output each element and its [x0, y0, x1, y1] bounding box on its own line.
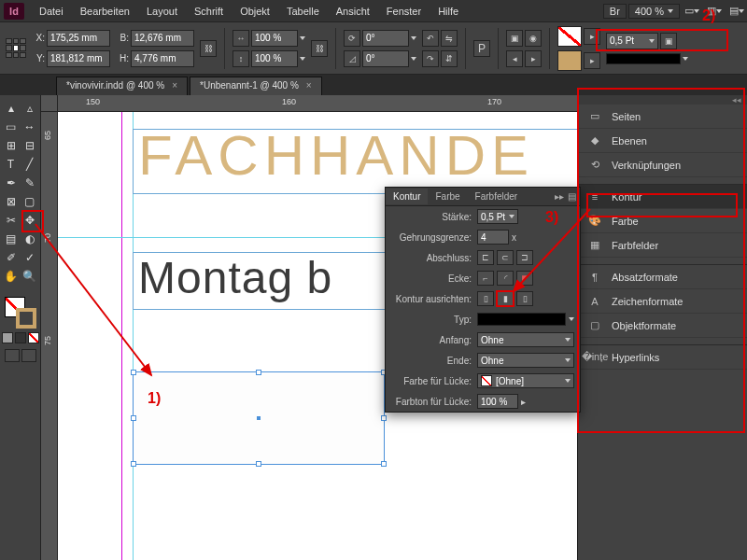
stroke-panel-tab-farbfelder[interactable]: Farbfelder: [468, 189, 526, 204]
stroke-swatch[interactable]: [557, 50, 582, 71]
menu-schrift[interactable]: Schrift: [187, 3, 231, 20]
eyedropper-tool[interactable]: ✓: [21, 248, 39, 267]
align-stroke-inside[interactable]: ▮: [497, 291, 514, 306]
stroke-weight-field[interactable]: 0,5 Pt: [606, 33, 658, 49]
panel-seiten[interactable]: ▭Seiten: [578, 105, 747, 129]
guide-vertical[interactable]: [121, 112, 122, 560]
panel-verknuepfungen[interactable]: ⟲Verknüpfungen: [578, 153, 747, 177]
gradient-swatch-tool[interactable]: ▤: [2, 230, 21, 248]
selection-tool[interactable]: ▴: [2, 99, 21, 118]
selected-rectangle[interactable]: [133, 371, 385, 465]
view-modes[interactable]: [5, 349, 36, 362]
rotate-ccw-icon[interactable]: ↶: [422, 30, 439, 47]
close-icon[interactable]: ×: [306, 80, 312, 91]
panel-kontur[interactable]: ≡Kontur: [578, 185, 747, 209]
menu-ansicht[interactable]: Ansicht: [329, 3, 377, 20]
gap-color-select[interactable]: [Ohne]: [477, 373, 574, 388]
rotate-cw-icon[interactable]: ↷: [422, 50, 439, 67]
panel-zeichenformate[interactable]: AZeichenformate: [578, 289, 747, 314]
ruler-horizontal[interactable]: 150 160 170: [58, 95, 577, 112]
constrain-scale-icon[interactable]: ⛓: [311, 40, 328, 57]
bridge-button[interactable]: Br: [603, 4, 627, 19]
stroke-start-select[interactable]: Ohne: [477, 332, 574, 347]
panel-objektformate[interactable]: ▢Objektformate: [578, 314, 747, 338]
shear-field[interactable]: 0°: [362, 50, 409, 67]
w-field[interactable]: 12,676 mm: [131, 30, 194, 47]
stroke-type-select[interactable]: [477, 313, 566, 326]
zoom-level[interactable]: 400 %: [628, 4, 680, 19]
view-options-icon[interactable]: ▭: [682, 3, 702, 20]
fit-frame-icon[interactable]: ▣: [660, 33, 677, 49]
cap-butt[interactable]: ⊏: [477, 250, 494, 265]
panel-farbfelder[interactable]: ▦Farbfelder: [578, 233, 747, 258]
free-transform-tool[interactable]: ✥: [21, 211, 39, 230]
menu-bearbeiten[interactable]: Bearbeiten: [73, 3, 137, 20]
panel-farbe[interactable]: 🎨Farbe: [578, 209, 747, 233]
join-round[interactable]: ◜: [497, 271, 514, 286]
rotate-field[interactable]: 0°: [362, 30, 409, 47]
fill-swatch[interactable]: [557, 26, 582, 47]
stroke-style-field[interactable]: [606, 53, 681, 64]
miter-limit-input[interactable]: 4: [477, 230, 509, 245]
pencil-tool[interactable]: ✎: [21, 174, 39, 192]
stroke-weight-input[interactable]: 0,5 Pt: [477, 209, 518, 224]
menu-layout[interactable]: Layout: [139, 3, 185, 20]
panel-ebenen[interactable]: ◆Ebenen: [578, 129, 747, 153]
x-field[interactable]: 175,25 mm: [47, 30, 110, 47]
type-tool[interactable]: T: [2, 155, 21, 174]
rectangle-tool[interactable]: ▢: [21, 192, 39, 211]
gradient-feather-tool[interactable]: ◐: [21, 230, 39, 248]
panel-hyperlinks[interactable]: �ințeHyperlinks: [578, 345, 747, 370]
reference-point[interactable]: [6, 38, 26, 59]
content-placer-tool[interactable]: ⊟: [21, 136, 39, 155]
direct-selection-tool[interactable]: ▵: [21, 99, 39, 118]
panel-absatzformate[interactable]: ¶Absatzformate: [578, 265, 747, 289]
flip-h-icon[interactable]: ⇋: [441, 30, 458, 47]
stroke-menu-icon[interactable]: ▸: [584, 52, 600, 69]
tab-vinovivir[interactable]: *vinovivir.indd @ 400 %×: [56, 77, 188, 95]
select-next-icon[interactable]: ▸: [525, 50, 542, 67]
panel-menu-icon[interactable]: ▤: [568, 191, 576, 202]
cap-round[interactable]: ⊂: [497, 250, 514, 265]
arrange-icon[interactable]: ▤: [726, 3, 747, 20]
select-container-icon[interactable]: ▣: [506, 30, 523, 47]
constrain-wh-icon[interactable]: ⛓: [200, 40, 217, 57]
stroke-panel-tab-farbe[interactable]: Farbe: [428, 189, 467, 204]
tab-unbenannt1[interactable]: *Unbenannt-1 @ 400 %×: [190, 77, 322, 95]
stroke-end-select[interactable]: Ohne: [477, 353, 574, 368]
menu-objekt[interactable]: Objekt: [233, 3, 277, 20]
note-tool[interactable]: ✐: [2, 248, 21, 267]
stroke-panel-tab-kontur[interactable]: Kontur: [386, 189, 428, 204]
scissors-tool[interactable]: ✂: [2, 211, 21, 230]
menu-tabelle[interactable]: Tabelle: [279, 3, 327, 20]
rectangle-frame-tool[interactable]: ⊠: [2, 192, 21, 211]
align-stroke-center[interactable]: ▯: [477, 291, 494, 306]
page-tool[interactable]: ▭: [2, 118, 21, 136]
flip-v-icon[interactable]: ⇵: [441, 50, 458, 67]
close-icon[interactable]: ×: [172, 80, 177, 91]
join-miter[interactable]: ⌐: [477, 271, 494, 286]
fill-stroke-proxy[interactable]: [5, 297, 36, 329]
h-field[interactable]: 4,776 mm: [131, 50, 194, 67]
hand-tool[interactable]: ✋: [2, 267, 21, 286]
pen-tool[interactable]: ✒: [2, 174, 21, 192]
select-content-icon[interactable]: ◉: [525, 30, 542, 47]
menu-hilfe[interactable]: Hilfe: [430, 3, 466, 20]
ruler-origin[interactable]: [41, 95, 58, 112]
ruler-vertical[interactable]: 65 70 75: [41, 112, 58, 560]
cap-projecting[interactable]: ⊐: [516, 250, 533, 265]
menu-datei[interactable]: Datei: [32, 3, 71, 20]
join-bevel[interactable]: ◤: [516, 271, 533, 286]
align-stroke-outside[interactable]: ▯: [516, 291, 533, 306]
select-prev-icon[interactable]: ◂: [506, 50, 523, 67]
zoom-tool[interactable]: 🔍: [21, 267, 39, 286]
gap-tool[interactable]: ↔: [21, 118, 39, 136]
fill-menu-icon[interactable]: ▸: [584, 28, 600, 45]
scale-x-field[interactable]: 100 %: [251, 30, 298, 47]
scale-y-field[interactable]: 100 %: [251, 50, 298, 67]
panel-collapse[interactable]: ◂◂: [578, 95, 747, 105]
content-collector-tool[interactable]: ⊞: [2, 136, 21, 155]
panel-expand-icon[interactable]: ▸▸: [555, 191, 564, 202]
gap-tint-input[interactable]: 100 %: [477, 394, 518, 409]
apply-color-modes[interactable]: [2, 332, 39, 343]
